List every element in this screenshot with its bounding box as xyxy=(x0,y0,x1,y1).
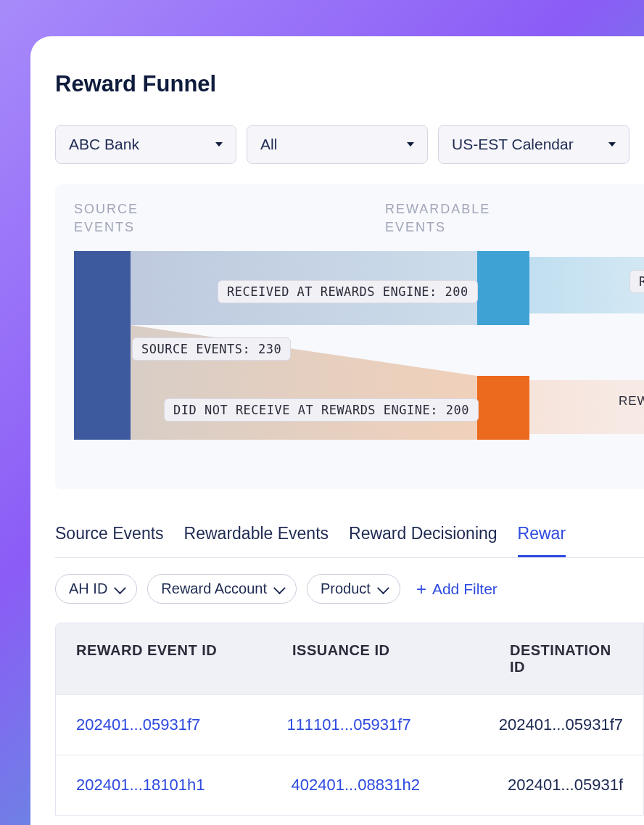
caret-down-icon xyxy=(608,142,616,147)
chevron-down-icon xyxy=(273,582,286,594)
table-row: 202401...18101h1 402401...08831h2 202401… xyxy=(56,755,643,815)
cell-destination-id: 202401...05931f xyxy=(508,776,623,795)
tab-reward-decisioning[interactable]: Reward Decisioning xyxy=(349,524,498,557)
cell-issuance-id[interactable]: 111101...05931f7 xyxy=(286,715,498,734)
th-destination-id: DESTINATION ID xyxy=(510,642,623,676)
funnel-chart: SOURCE EVENTS REWARDABLE EVENTS xyxy=(55,184,644,489)
received-label: RECEIVED AT REWARDS ENGINE: 200 xyxy=(218,280,478,303)
not-received-bar xyxy=(477,376,529,440)
main-card: Reward Funnel ABC Bank All US-EST Calend… xyxy=(30,36,644,825)
caret-down-icon xyxy=(215,142,223,147)
tab-reward-active[interactable]: Rewar xyxy=(518,524,566,557)
filter-chip-ahid[interactable]: AH ID xyxy=(55,574,137,604)
plus-icon: + xyxy=(416,580,426,598)
scope-dropdown-label: All xyxy=(260,136,277,153)
filter-chip-product[interactable]: Product xyxy=(307,574,400,604)
funnel-header-rewardable: REWARDABLE EVENTS xyxy=(385,200,490,237)
cell-issuance-id[interactable]: 402401...08831h2 xyxy=(291,776,507,795)
th-reward-event-id: REWARD EVENT ID xyxy=(76,642,292,676)
bank-dropdown-label: ABC Bank xyxy=(69,136,139,153)
chevron-down-icon xyxy=(114,582,126,594)
filters-row: AH ID Reward Account Product + Add Filte… xyxy=(55,574,644,604)
scope-dropdown[interactable]: All xyxy=(247,125,428,164)
right-pill: R xyxy=(629,270,644,293)
bank-dropdown[interactable]: ABC Bank xyxy=(55,125,236,164)
calendar-dropdown-label: US-EST Calendar xyxy=(452,136,574,153)
calendar-dropdown[interactable]: US-EST Calendar xyxy=(438,125,629,164)
cell-reward-event-id[interactable]: 202401...18101h1 xyxy=(76,776,291,795)
cell-destination-id: 202401...05931f7 xyxy=(499,715,623,734)
source-label: SOURCE EVENTS: 230 xyxy=(132,337,291,361)
chip-label: AH ID xyxy=(69,580,107,597)
tabs: Source Events Rewardable Events Reward D… xyxy=(55,524,644,558)
chip-label: Reward Account xyxy=(161,580,267,597)
tab-source-events[interactable]: Source Events xyxy=(55,524,164,557)
chip-label: Product xyxy=(321,580,371,597)
table-row: 202401...05931f7 111101...05931f7 202401… xyxy=(56,694,643,755)
rewardable-bar xyxy=(477,251,529,325)
th-issuance-id: ISSUANCE ID xyxy=(292,642,510,676)
page-title: Reward Funnel xyxy=(55,71,644,97)
funnel-header-source: SOURCE EVENTS xyxy=(74,200,139,237)
not-received-label: DID NOT RECEIVE AT REWARDS ENGINE: 200 xyxy=(164,398,479,422)
chevron-down-icon xyxy=(377,582,389,594)
sankey-diagram: RECEIVED AT REWARDS ENGINE: 200 SOURCE E… xyxy=(55,251,644,440)
add-filter-label: Add Filter xyxy=(432,580,498,598)
add-filter-button[interactable]: + Add Filter xyxy=(416,580,498,598)
table-header: REWARD EVENT ID ISSUANCE ID DESTINATION … xyxy=(56,623,643,694)
source-bar xyxy=(74,251,131,440)
rewardable-outflow xyxy=(529,257,644,313)
caret-down-icon xyxy=(407,142,414,147)
cell-reward-event-id[interactable]: 202401...05931f7 xyxy=(76,715,286,734)
tab-rewardable-events[interactable]: Rewardable Events xyxy=(184,524,329,557)
data-table: REWARD EVENT ID ISSUANCE ID DESTINATION … xyxy=(55,623,644,816)
rew-label: REW xyxy=(619,394,644,409)
filter-chip-reward-account[interactable]: Reward Account xyxy=(147,574,297,604)
dropdown-row: ABC Bank All US-EST Calendar xyxy=(55,125,644,164)
